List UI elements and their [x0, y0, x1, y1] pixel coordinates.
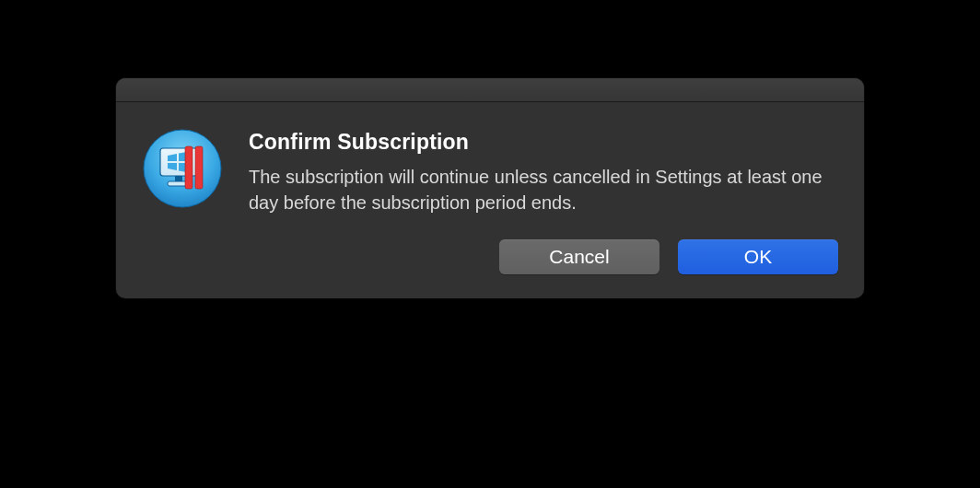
svg-rect-4 [185, 146, 192, 189]
dialog-title: Confirm Subscription [249, 130, 838, 155]
dialog-content: Confirm Subscription The subscription wi… [116, 102, 864, 239]
dialog-titlebar [116, 78, 864, 102]
parallels-app-icon [142, 128, 223, 209]
confirm-subscription-dialog: Confirm Subscription The subscription wi… [116, 78, 864, 298]
svg-rect-5 [195, 146, 203, 189]
dialog-text: Confirm Subscription The subscription wi… [249, 128, 838, 215]
dialog-message: The subscription will continue unless ca… [249, 164, 838, 215]
svg-rect-2 [175, 176, 182, 181]
dialog-button-row: Cancel OK [116, 239, 864, 298]
cancel-button[interactable]: Cancel [499, 239, 659, 274]
ok-button[interactable]: OK [678, 239, 838, 274]
